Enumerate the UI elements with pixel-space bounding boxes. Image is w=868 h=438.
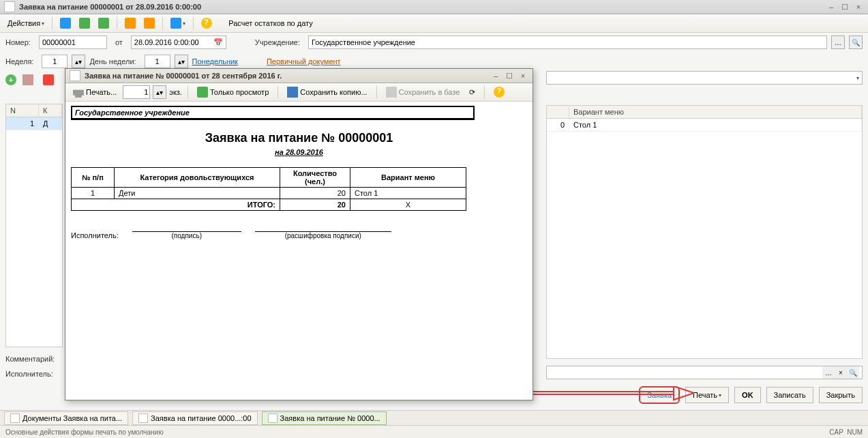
right-search-button[interactable]: 🔍: [847, 366, 859, 379]
document-icon: [10, 413, 20, 423]
preview-titlebar: Заявка на питание № 00000001 от 28 сентя…: [65, 69, 533, 83]
form-row-1: Номер: 00000001 от 28.09.2016 0:00:00📅 У…: [0, 33, 868, 52]
right-bottom-input[interactable]: … × 🔍: [546, 366, 863, 379]
toolbar-btn-6[interactable]: ▾: [167, 16, 189, 31]
window-tabs: Документы Заявка на пита... Заявка на пи…: [0, 410, 868, 426]
maximize-button[interactable]: ☐: [839, 2, 850, 12]
week-label: Неделя:: [5, 57, 33, 65]
save-button[interactable]: Записать: [766, 387, 813, 403]
doc-institution-header: Государственное учреждение: [71, 106, 475, 120]
right-col-menu: Вариант меню: [569, 106, 862, 118]
cap-indicator: CAP: [829, 428, 843, 436]
tab-2[interactable]: Заявка на питание 0000...:00: [132, 411, 258, 425]
left-grid[interactable]: N К 1 Д: [5, 104, 63, 347]
copies-stepper[interactable]: ▴▾: [153, 85, 166, 99]
preview-maximize-button[interactable]: ☐: [504, 71, 515, 81]
toolbar-btn-4[interactable]: [121, 16, 139, 31]
weekday-name-link[interactable]: Понедельник: [192, 57, 238, 65]
copies-input[interactable]: 1: [123, 85, 150, 99]
date-input[interactable]: 28.09.2016 0:00:00📅: [131, 35, 226, 49]
institution-label: Учреждение:: [255, 38, 300, 46]
right-select-button[interactable]: …: [822, 366, 835, 379]
status-hint: Основные действия формы печать по умолча…: [5, 428, 164, 436]
save-copy-button[interactable]: Сохранить копию...: [284, 85, 370, 100]
number-input[interactable]: 00000001: [39, 35, 107, 49]
executor-label: Исполнитель:: [5, 370, 53, 378]
bottom-labels: Комментарий: Исполнитель:: [5, 351, 59, 381]
preview-close-button[interactable]: ×: [518, 71, 528, 81]
right-top-input[interactable]: ▾: [546, 71, 863, 85]
from-label: от: [115, 38, 123, 46]
th-num: № п/п: [72, 168, 115, 188]
num-indicator: NUM: [847, 428, 863, 436]
statusbar: Основные действия формы печать по умолча…: [0, 425, 868, 438]
institution-input[interactable]: Государственное учреждение: [308, 35, 827, 49]
week-stepper[interactable]: ▴▾: [72, 55, 85, 68]
tab-3[interactable]: Заявка на питание № 0000...: [262, 411, 387, 425]
weekday-label: День недели:: [89, 57, 136, 65]
primary-doc-link[interactable]: Первичный документ: [267, 57, 341, 65]
request-button[interactable]: Заявка: [639, 386, 680, 404]
calendar-icon[interactable]: 📅: [213, 38, 223, 47]
institution-select-button[interactable]: …: [831, 35, 845, 49]
document-icon: [268, 413, 278, 423]
print-button[interactable]: Печать▾: [685, 387, 729, 403]
toolbar-btn-3[interactable]: [95, 16, 113, 31]
grid-btn-3[interactable]: [40, 72, 57, 87]
preview-print-button[interactable]: Печать...: [70, 85, 120, 100]
preview-minimize-button[interactable]: –: [490, 71, 501, 81]
right-clear-button[interactable]: ×: [835, 366, 847, 379]
doc-table: № п/п Категория довольствующихся Количес…: [71, 167, 466, 211]
add-row-button[interactable]: +: [5, 74, 16, 85]
signature-row: Исполнитель: (подпись) (расшифровка подп…: [71, 222, 527, 239]
preview-title-text: Заявка на питание № 00000001 от 28 сентя…: [85, 72, 490, 80]
preview-toolbar: Печать... 1 ▴▾ экз. Только просмотр Сохр…: [65, 83, 533, 102]
table-total-row: ИТОГО: 20 Х: [72, 199, 466, 211]
preview-window: Заявка на питание № 00000001 от 28 сентя…: [65, 68, 533, 400]
weekday-stepper[interactable]: ▴▾: [175, 55, 188, 68]
main-titlebar: Заявка на питание 00000001 от 28.09.2016…: [0, 0, 868, 14]
th-cat: Категория довольствующихся: [115, 168, 280, 188]
comment-label: Комментарий:: [5, 355, 55, 363]
preview-help-button[interactable]: [490, 85, 508, 100]
save-db-button[interactable]: Сохранить в базе: [383, 85, 464, 100]
main-toolbar: Действия▾ ▾ Расчет остатков по дату: [0, 14, 868, 33]
toolbar-btn-2[interactable]: [76, 16, 93, 31]
app-window: Заявка на питание 00000001 от 28.09.2016…: [0, 0, 868, 438]
preview-body[interactable]: Государственное учреждение Заявка на пит…: [65, 102, 533, 400]
toolbar-btn-1[interactable]: [57, 16, 74, 31]
toolbar-btn-5[interactable]: [140, 16, 158, 31]
right-grid-row[interactable]: 0 Стол 1: [547, 119, 862, 132]
table-row: 1 Дети 20 Стол 1: [72, 188, 466, 199]
right-grid[interactable]: Вариант меню 0 Стол 1: [546, 105, 863, 359]
ok-button[interactable]: OK: [734, 387, 761, 403]
weekday-input[interactable]: 1: [145, 55, 170, 68]
close-button[interactable]: ×: [853, 2, 864, 12]
close-form-button[interactable]: Закрыть: [819, 387, 863, 403]
copies-unit: экз.: [169, 88, 182, 96]
th-qty: Количество (чел.): [280, 168, 350, 188]
actions-dropdown[interactable]: Действия▾: [4, 16, 48, 31]
grid-btn-2[interactable]: [19, 72, 37, 87]
help-button[interactable]: [198, 16, 215, 31]
minimize-button[interactable]: –: [826, 2, 837, 12]
left-col-k: К: [39, 104, 62, 117]
view-only-button[interactable]: Только просмотр: [194, 85, 272, 100]
sign-decode-label: (расшифровка подписи): [255, 232, 391, 239]
th-menu: Вариант меню: [350, 168, 466, 188]
right-grid-toolbar: [541, 87, 868, 105]
week-input[interactable]: 1: [42, 55, 68, 68]
document-icon: [70, 70, 80, 81]
institution-search-button[interactable]: 🔍: [849, 35, 863, 49]
doc-title: Заявка на питание № 00000001: [71, 131, 527, 145]
calc-remains-button[interactable]: Расчет остатков по дату: [225, 16, 316, 31]
left-grid-row[interactable]: 1 Д: [6, 117, 62, 130]
tab-1[interactable]: Документы Заявка на пита...: [4, 411, 128, 425]
document-icon: [4, 1, 15, 12]
sign-label: (подпись): [132, 232, 241, 239]
executor-sign-label: Исполнитель:: [71, 231, 119, 239]
window-title: Заявка на питание 00000001 от 28.09.2016…: [19, 3, 826, 11]
document-icon: [138, 413, 148, 423]
refresh-button[interactable]: ⟳: [466, 85, 479, 100]
left-col-n: N: [6, 104, 39, 117]
